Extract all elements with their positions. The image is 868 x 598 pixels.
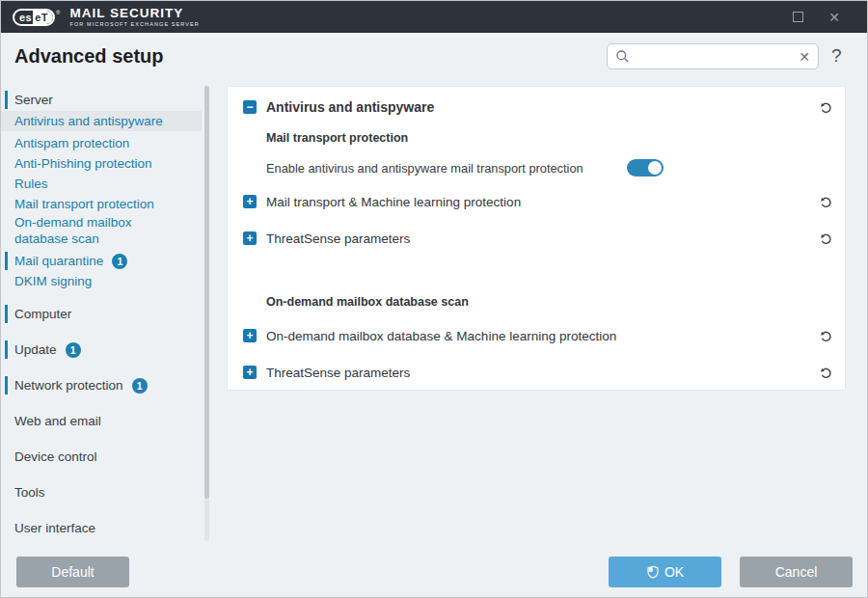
sidebar-item-rules[interactable]: Rules — [1, 174, 202, 194]
sidebar-scrollbar-thumb[interactable] — [204, 86, 209, 499]
expand-icon[interactable]: + — [243, 329, 257, 342]
sidebar-item-mail-quarantine[interactable]: Mail quarantine1 — [1, 251, 202, 271]
subheading-mail-transport-protection: Mail transport protection — [266, 131, 408, 145]
sidebar-item-antispam-protection[interactable]: Antispam protection — [1, 133, 202, 153]
expand-icon[interactable]: + — [243, 366, 257, 379]
search-clear-icon[interactable]: ✕ — [793, 49, 810, 65]
search-box: ✕ — [607, 43, 819, 69]
close-button[interactable]: ✕ — [828, 10, 840, 25]
search-input[interactable] — [630, 49, 793, 64]
ok-button[interactable]: OK — [609, 557, 721, 587]
sidebar-item-network-protection[interactable]: Network protection1 — [1, 375, 202, 395]
section-title: Antivirus and antispyware — [266, 99, 434, 115]
default-button[interactable]: Default — [16, 557, 129, 587]
uac-shield-icon — [646, 564, 660, 580]
sidebar-item-tools[interactable]: Tools — [1, 482, 202, 503]
help-button[interactable]: ? — [831, 45, 842, 67]
enable-mail-transport-toggle[interactable] — [627, 159, 664, 177]
toggle-knob — [648, 161, 662, 175]
sidebar-item-server[interactable]: Server — [1, 90, 202, 110]
update-badge: 1 — [66, 342, 81, 358]
revert-to-default-button[interactable] — [819, 231, 833, 246]
settings-panel: − Antivirus and antispyware Mail transpo… — [227, 86, 846, 391]
revert-to-default-button[interactable] — [819, 366, 833, 380]
expand-icon[interactable]: + — [243, 231, 257, 245]
sidebar-item-mail-transport-protection[interactable]: Mail transport protection — [1, 194, 202, 214]
sidebar-item-web-and-email[interactable]: Web and email — [1, 411, 202, 431]
row-threatsense-parameters-2[interactable]: + ThreatSense parameters — [243, 362, 833, 383]
section-header-antivirus[interactable]: − Antivirus and antispyware — [243, 96, 833, 118]
row-threatsense-parameters-1[interactable]: + ThreatSense parameters — [243, 228, 833, 249]
cancel-button[interactable]: Cancel — [740, 557, 853, 587]
sidebar-item-dkim-signing[interactable]: DKIM signing — [1, 271, 202, 291]
mail-quarantine-badge: 1 — [112, 254, 127, 269]
sidebar-item-anti-phishing-protection[interactable]: Anti-Phishing protection — [1, 153, 202, 174]
window-controls: ✕ — [793, 10, 857, 25]
subheading-on-demand-scan: On-demand mailbox database scan — [266, 295, 469, 309]
maximize-icon — [793, 12, 803, 22]
setting-label: Enable antivirus and antispyware mail tr… — [266, 161, 583, 176]
sidebar-item-update[interactable]: Update1 — [1, 340, 202, 360]
search-icon — [615, 49, 630, 64]
revert-to-default-button[interactable] — [819, 329, 833, 343]
expand-icon[interactable]: + — [243, 195, 257, 208]
revert-to-default-button[interactable] — [819, 100, 833, 115]
sidebar-item-on-demand-mailbox-database-scan[interactable]: On-demand mailbox database scan — [1, 214, 184, 251]
setting-row-enable-mail-transport: Enable antivirus and antispyware mail tr… — [243, 157, 833, 178]
sidebar: Server Antivirus and antispyware Antispa… — [1, 1, 223, 598]
sidebar-scrollbar[interactable] — [204, 86, 209, 541]
row-mail-transport-ml-protection[interactable]: + Mail transport & Machine learning prot… — [243, 191, 833, 212]
revert-to-default-button[interactable] — [819, 195, 833, 209]
sidebar-item-device-control[interactable]: Device control — [1, 447, 202, 467]
sidebar-item-user-interface[interactable]: User interface — [1, 518, 202, 538]
collapse-icon[interactable]: − — [243, 100, 257, 114]
sidebar-item-computer[interactable]: Computer — [1, 304, 202, 324]
row-on-demand-ml-protection[interactable]: + On-demand mailbox database & Machine l… — [243, 325, 833, 346]
sidebar-item-antivirus-and-antispyware[interactable]: Antivirus and antispyware — [1, 111, 202, 131]
maximize-button[interactable] — [793, 12, 803, 22]
network-protection-badge: 1 — [132, 378, 148, 394]
